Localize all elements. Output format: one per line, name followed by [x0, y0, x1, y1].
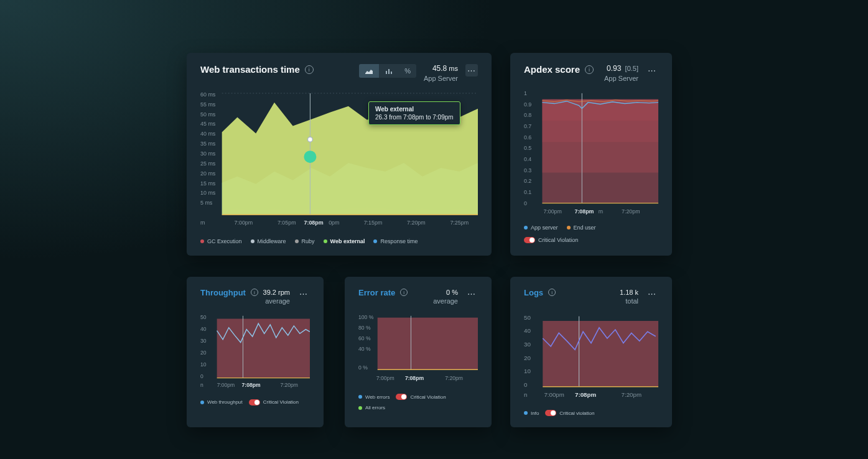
- svg-point-19: [304, 151, 317, 163]
- svg-text:20: 20: [524, 355, 531, 361]
- svg-text:n: n: [524, 391, 527, 398]
- svg-text:7:20pm: 7:20pm: [280, 382, 298, 388]
- svg-text:m: m: [599, 208, 603, 215]
- svg-text:50: 50: [200, 314, 207, 320]
- legend-item[interactable]: Info: [524, 410, 539, 416]
- y-axis: 60 ms 55 ms 50 ms 45 ms 40 ms 35 ms 30 m…: [200, 91, 216, 206]
- svg-text:10 ms: 10 ms: [200, 190, 216, 196]
- legend-item[interactable]: GC Execution: [200, 238, 242, 244]
- panel-error-rate: Error rate i 0 % average ⋯ 100 % 80 %: [345, 277, 492, 427]
- chart-error-rate[interactable]: 100 % 80 % 60 % 40 % 0 % 7:00pm 7:08pm 7…: [358, 313, 478, 387]
- panel-title: Web transactions time: [200, 64, 300, 75]
- info-icon[interactable]: i: [400, 289, 408, 296]
- legend: Info Critical violation: [524, 410, 658, 416]
- svg-text:80 %: 80 %: [358, 325, 371, 331]
- info-icon[interactable]: i: [251, 289, 258, 296]
- svg-text:7:00pm: 7:00pm: [376, 375, 394, 381]
- svg-text:7:00pm: 7:00pm: [217, 382, 235, 388]
- svg-text:7:20pm: 7:20pm: [445, 375, 463, 381]
- panel-menu-button[interactable]: ⋯: [297, 288, 310, 300]
- svg-text:40 ms: 40 ms: [200, 131, 216, 137]
- svg-text:50: 50: [524, 314, 531, 321]
- panel-menu-button[interactable]: ⋯: [646, 288, 658, 300]
- svg-text:40 %: 40 %: [358, 346, 371, 353]
- chart-logs[interactable]: 50 40 30 20 10 0 n 7:00pm 7:08pm 7:20pm: [524, 313, 658, 404]
- toggle-icon[interactable]: [249, 399, 260, 406]
- info-icon[interactable]: i: [548, 289, 556, 296]
- svg-text:7:08pm: 7:08pm: [242, 382, 261, 388]
- chart-web-transactions[interactable]: 60 ms 55 ms 50 ms 45 ms 40 ms 35 ms 30 m…: [200, 90, 478, 232]
- svg-text:0.7: 0.7: [524, 123, 531, 129]
- svg-text:0: 0: [524, 381, 528, 388]
- info-icon[interactable]: i: [305, 65, 314, 74]
- svg-text:60 %: 60 %: [358, 336, 371, 342]
- toggle-icon[interactable]: [545, 410, 556, 416]
- svg-text:0.4: 0.4: [524, 156, 531, 162]
- panel-title[interactable]: Throughput: [200, 288, 246, 297]
- metric-block: 45.8 ms App Server: [424, 64, 458, 83]
- svg-rect-56: [217, 319, 310, 378]
- svg-text:7:08pm: 7:08pm: [574, 208, 594, 215]
- chart-apdex[interactable]: 1 0.9 0.8 0.7 0.6 0.5 0.4 0.3 0.2 0.1 0: [524, 90, 658, 218]
- legend-item[interactable]: Response time: [373, 238, 418, 244]
- panel-title[interactable]: Logs: [524, 288, 543, 297]
- legend-item[interactable]: Critical Violation: [524, 237, 578, 243]
- svg-text:0.2: 0.2: [524, 178, 531, 184]
- view-percent-button[interactable]: %: [399, 64, 416, 78]
- svg-text:7:20pm: 7:20pm: [622, 208, 640, 215]
- y-axis: 100 % 80 % 60 % 40 % 0 %: [358, 314, 374, 371]
- svg-text:25 ms: 25 ms: [200, 160, 216, 167]
- svg-rect-2: [391, 72, 392, 74]
- svg-text:35 ms: 35 ms: [200, 141, 216, 147]
- legend-item[interactable]: Critical Violation: [249, 399, 299, 406]
- legend-item[interactable]: Ruby: [295, 238, 315, 244]
- svg-text:30: 30: [524, 341, 531, 348]
- chart-view-toggle: %: [359, 64, 416, 78]
- legend-item[interactable]: App server: [524, 225, 558, 231]
- view-area-button[interactable]: [359, 64, 379, 78]
- legend-item[interactable]: Middleware: [251, 238, 286, 244]
- legend-item[interactable]: Critical violation: [545, 410, 594, 416]
- info-icon[interactable]: i: [585, 65, 594, 74]
- svg-text:15 ms: 15 ms: [200, 180, 216, 187]
- svg-text:45 ms: 45 ms: [200, 121, 216, 127]
- view-bar-button[interactable]: [379, 64, 399, 78]
- svg-text:30: 30: [200, 338, 207, 344]
- toggle-icon[interactable]: [524, 237, 535, 243]
- toggle-icon[interactable]: [396, 394, 407, 400]
- metric-block: 1.18 k total: [620, 288, 638, 306]
- svg-text:0.8: 0.8: [524, 112, 531, 118]
- legend-item[interactable]: All errors: [358, 405, 385, 410]
- panel-menu-button[interactable]: ⋯: [465, 64, 478, 76]
- metric-block: 0 % average: [433, 288, 458, 306]
- legend-item[interactable]: Web errors: [358, 394, 390, 400]
- svg-text:0 %: 0 %: [358, 365, 368, 371]
- panel-apdex: Apdex score i 0.93 [0.5] App Server ⋯ 1 …: [510, 53, 672, 256]
- svg-text:7:05pm: 7:05pm: [278, 220, 296, 226]
- svg-text:20: 20: [200, 350, 207, 356]
- metric-block: 39.2 rpm average: [263, 288, 290, 306]
- chart-throughput[interactable]: 50 40 30 20 10 0 n 7:00pm 7:08pm: [200, 313, 310, 392]
- legend-item[interactable]: Critical Violation: [396, 394, 446, 400]
- svg-text:7:00pm: 7:00pm: [235, 220, 253, 226]
- svg-text:7:08pm: 7:08pm: [575, 391, 596, 398]
- x-axis: n 7:00pm 7:08pm 7:20pm: [200, 382, 298, 388]
- panel-title: Apdex score: [524, 64, 580, 75]
- svg-point-18: [307, 137, 312, 142]
- legend-item[interactable]: Web external: [324, 238, 365, 244]
- legend-item[interactable]: Web throughput: [200, 399, 243, 406]
- svg-text:10: 10: [200, 361, 207, 368]
- svg-rect-68: [378, 318, 478, 370]
- svg-text:7:20pm: 7:20pm: [407, 220, 426, 226]
- panel-title[interactable]: Error rate: [358, 288, 395, 297]
- panel-menu-button[interactable]: ⋯: [646, 64, 658, 76]
- legend-item[interactable]: End user: [567, 225, 596, 231]
- svg-text:50 ms: 50 ms: [200, 111, 216, 118]
- svg-text:7:00pm: 7:00pm: [543, 208, 561, 215]
- x-axis: 7:00pm 7:08pm m 7:20pm: [543, 208, 640, 215]
- panel-web-transactions: Web transactions time i % 45.8 ms App Se…: [187, 53, 492, 256]
- panel-menu-button[interactable]: ⋯: [465, 288, 478, 300]
- svg-text:7:25pm: 7:25pm: [450, 220, 469, 226]
- panel-logs: Logs i 1.18 k total ⋯ 50 40 30 20 10 0: [510, 277, 672, 427]
- legend: App server End user Critical Violation: [524, 225, 658, 243]
